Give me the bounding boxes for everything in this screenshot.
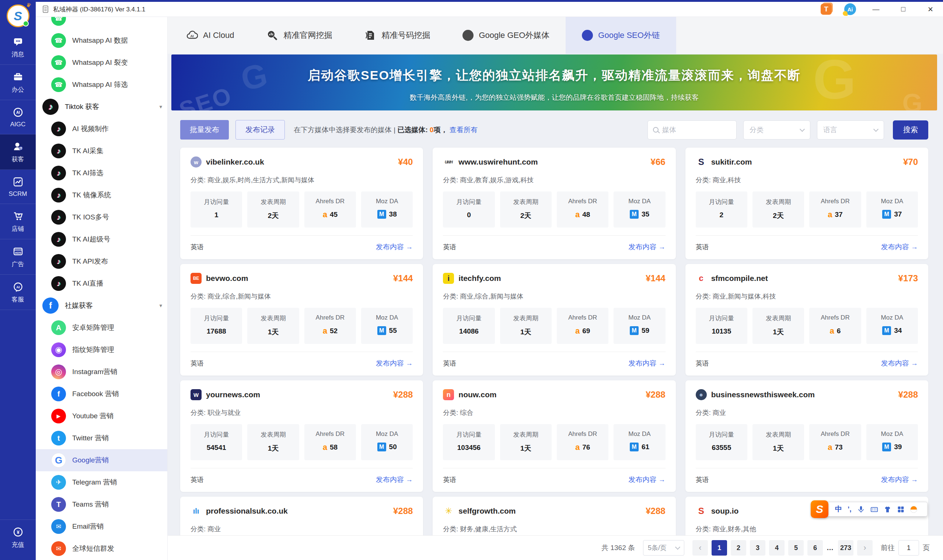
publish-content-link[interactable]: 发布内容 → xyxy=(376,475,413,485)
twitter-icon: t xyxy=(51,431,66,446)
category-line: 分类: 职业与就业 xyxy=(190,408,413,417)
sidebar-item-7[interactable]: ♪ TK AI筛选 xyxy=(36,162,167,184)
maximize-button[interactable]: □ xyxy=(896,5,911,13)
sidebar-item-1[interactable]: ☎ Whatsapp AI 数据 xyxy=(36,29,167,52)
stat-label: 发表周期 xyxy=(502,431,549,439)
media-search-input[interactable] xyxy=(662,126,731,134)
page-button-4[interactable]: 5 xyxy=(788,540,804,555)
last-page-button[interactable]: 273 xyxy=(838,540,853,555)
punctuation-icon[interactable]: ’, xyxy=(847,505,852,513)
site-mining-icon xyxy=(266,29,278,41)
page-button-2[interactable]: 3 xyxy=(750,540,766,555)
tab-ai-cloud[interactable]: AI AI Cloud xyxy=(170,17,250,54)
tiktok-icon: ♪ xyxy=(51,188,66,203)
publish-content-link[interactable]: 发布内容 → xyxy=(881,475,918,485)
sidebar-item-20[interactable]: G Google营销 xyxy=(36,449,167,471)
site-favicon: S xyxy=(696,506,707,517)
stat-label: 发表周期 xyxy=(755,431,802,439)
minimize-button[interactable]: — xyxy=(869,5,883,13)
close-button[interactable]: ✕ xyxy=(923,5,938,14)
sidebar-item-12[interactable]: ♪ TK AI直播 xyxy=(36,272,167,295)
sidebar-item-24[interactable]: ✉ 全球短信群发 xyxy=(36,537,167,560)
sidebar-item-18[interactable]: ▶ Youtube 营销 xyxy=(36,405,167,427)
goto-suffix: 页 xyxy=(923,543,930,552)
sidebar-item-recharge[interactable]: ¥ 充值 xyxy=(0,520,36,555)
sidebar-item-11[interactable]: ♪ TK API发布 xyxy=(36,250,167,272)
sidebar-item-leads[interactable]: 获客 xyxy=(0,134,36,170)
sidebar-item-5[interactable]: ♪ AI 视频制作 xyxy=(36,118,167,140)
sidebar-item-17[interactable]: f Facebook 营销 xyxy=(36,383,167,405)
page-button-0[interactable]: 1 xyxy=(711,540,727,555)
sidebar-item-label: Telegram 营销 xyxy=(72,477,117,487)
mic-icon[interactable] xyxy=(857,506,865,513)
tab-site-mining[interactable]: 精准官网挖掘 xyxy=(250,17,348,54)
sidebar-item-0[interactable]: ☎ xyxy=(36,17,167,29)
sidebar-item-aigc[interactable]: AI AIGC xyxy=(0,100,36,134)
keyboard-icon[interactable] xyxy=(870,506,878,513)
ai-chat-tray-icon[interactable]: Ai xyxy=(844,3,856,15)
publish-record-button[interactable]: 发布记录 xyxy=(236,120,285,140)
publish-content-link[interactable]: 发布内容 → xyxy=(628,358,665,368)
stat-label: 月访问量 xyxy=(193,198,240,206)
tab-number-mining[interactable]: 精准号码挖掘 xyxy=(348,17,446,54)
translate-tray-icon[interactable]: T xyxy=(821,4,832,15)
sidebar-item-office[interactable]: 办公 xyxy=(0,65,36,100)
sogou-logo-icon[interactable]: S xyxy=(811,500,829,518)
sidebar-item-21[interactable]: ✈ Telegram 营销 xyxy=(36,471,167,493)
publish-content-link[interactable]: 发布内容 → xyxy=(628,475,665,485)
chinese-mode-icon[interactable]: 中 xyxy=(835,505,842,514)
stat-value: 69 xyxy=(559,326,606,336)
category-label: 分类: xyxy=(443,293,458,300)
page-button-5[interactable]: 6 xyxy=(807,540,823,555)
search-button[interactable]: 搜索 xyxy=(893,120,928,140)
sidebar-item-10[interactable]: ♪ TK AI超级号 xyxy=(36,228,167,250)
toolbox-grid-icon[interactable] xyxy=(897,506,905,513)
sidebar-item-3[interactable]: ☎ Whatsapp AI 筛选 xyxy=(36,74,167,96)
sidebar-item-6[interactable]: ♪ TK AI采集 xyxy=(36,140,167,162)
view-all-link[interactable]: 查看所有 xyxy=(449,126,478,134)
batch-publish-button[interactable]: 批量发布 xyxy=(180,120,229,140)
page-size-select[interactable]: 5条/页 xyxy=(643,540,684,555)
sidebar-item-2[interactable]: ☎ Whatsapp AI 裂变 xyxy=(36,52,167,74)
sidebar-item-scrm[interactable]: SCRM xyxy=(0,170,36,204)
sidebar-item-4[interactable]: ♪ Tiktok 获客 ▾ xyxy=(36,96,167,118)
tab-google-geo[interactable]: Google GEO外媒体 xyxy=(446,17,566,54)
publish-content-link[interactable]: 发布内容 → xyxy=(376,358,413,368)
sidebar-item-8[interactable]: ♪ TK 镜像系统 xyxy=(36,184,167,206)
prev-page-button[interactable]: ‹ xyxy=(692,540,708,555)
card-header: c sfmcompile.net ¥173 xyxy=(696,273,918,284)
app-logo[interactable]: S ♛ xyxy=(7,5,29,27)
tab-google-seo[interactable]: Google SEO外链 xyxy=(566,17,676,54)
app-window: S ♛ 消息 办公 AI AIGC 获客 SCRM xyxy=(0,0,943,560)
sidebar-item-13[interactable]: f 社媒获客 ▾ xyxy=(36,295,167,317)
publish-content-link[interactable]: 发布内容 → xyxy=(376,242,413,252)
category-select[interactable]: 分类 xyxy=(743,120,810,140)
publish-content-link[interactable]: 发布内容 → xyxy=(881,242,918,252)
stat-row: 月访问量 1 发表周期 2天 xyxy=(190,191,413,228)
sidebar-item-19[interactable]: t Twitter 营销 xyxy=(36,427,167,449)
page-button-1[interactable]: 2 xyxy=(731,540,746,555)
sidebar-item-shop[interactable]: 店铺 xyxy=(0,204,36,239)
sidebar-item-15[interactable]: ◉ 指纹矩阵管理 xyxy=(36,339,167,361)
publish-content-link[interactable]: 发布内容 → xyxy=(628,242,665,252)
goto-page-input[interactable] xyxy=(898,540,919,555)
publish-content-link[interactable]: 发布内容 → xyxy=(881,358,918,368)
language-select[interactable]: 语言 xyxy=(817,120,884,140)
emoji-ball-icon[interactable] xyxy=(910,506,917,513)
sidebar-item-messages[interactable]: 消息 xyxy=(0,29,36,65)
sidebar-item-ads[interactable]: ADS 广告 xyxy=(0,239,36,275)
page-button-3[interactable]: 4 xyxy=(769,540,784,555)
sidebar-item-23[interactable]: ✉ Email营销 xyxy=(36,515,167,537)
stat-value: 2 xyxy=(698,211,745,219)
sidebar-item-9[interactable]: ♪ TK IOS多号 xyxy=(36,206,167,228)
sidebar-item-16[interactable]: ◎ Instagram营销 xyxy=(36,361,167,383)
sidebar-item-14[interactable]: A 安卓矩阵管理 xyxy=(36,317,167,339)
sidebar-item-support[interactable]: AI 客服 xyxy=(0,275,36,310)
sidebar-item-label: Teams 营销 xyxy=(72,500,109,509)
category-value: 商业,新闻与媒体,科技 xyxy=(713,293,776,300)
sidebar-item-22[interactable]: T Teams 营销 xyxy=(36,493,167,515)
skin-icon[interactable] xyxy=(884,506,891,513)
next-page-button[interactable]: › xyxy=(857,540,873,555)
crown-icon: ♛ xyxy=(25,1,32,9)
price-tag: ¥288 xyxy=(898,389,918,400)
